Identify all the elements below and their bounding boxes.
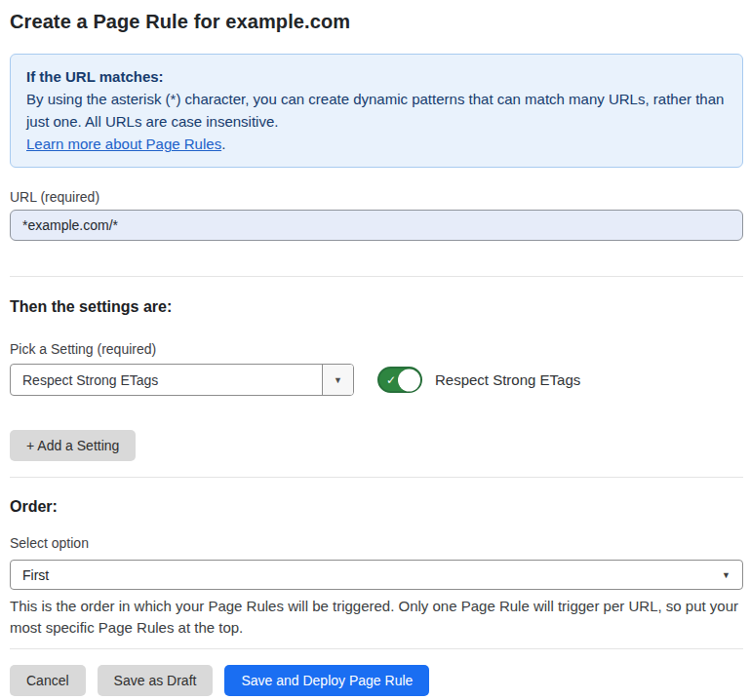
order-select[interactable]: First ▼ (10, 560, 743, 590)
order-help-text: This is the order in which your Page Rul… (10, 596, 743, 639)
etags-toggle[interactable]: ✓ (377, 367, 422, 393)
setting-select[interactable]: Respect Strong ETags ▼ (10, 364, 354, 396)
chevron-down-icon: ▼ (722, 570, 730, 580)
divider-url-settings (10, 276, 743, 277)
settings-section-heading: Then the settings are: (10, 297, 743, 317)
url-match-info-box: If the URL matches: By using the asteris… (10, 54, 743, 168)
divider-footer (10, 648, 743, 649)
order-select-value: First (22, 567, 49, 583)
url-input[interactable] (10, 210, 743, 241)
learn-more-link[interactable]: Learn more about Page Rules (26, 136, 221, 152)
info-box-link-line: Learn more about Page Rules. (26, 133, 727, 155)
pick-setting-label: Pick a Setting (required) (10, 340, 743, 358)
setting-select-value: Respect Strong ETags (11, 365, 322, 395)
toggle-knob (398, 369, 420, 391)
page-title: Create a Page Rule for example.com (10, 10, 743, 33)
footer-buttons: Cancel Save as Draft Save and Deploy Pag… (10, 665, 743, 696)
url-field-label: URL (required) (10, 188, 743, 206)
save-deploy-button[interactable]: Save and Deploy Page Rule (224, 665, 429, 696)
dropdown-arrow-icon[interactable]: ▼ (322, 365, 353, 395)
create-page-rule-form: Create a Page Rule for example.com If th… (0, 0, 750, 700)
info-box-body: By using the asterisk (*) character, you… (26, 88, 727, 133)
divider-settings-order (10, 477, 743, 478)
toggle-label: Respect Strong ETags (435, 371, 580, 388)
link-suffix: . (221, 136, 225, 152)
save-draft-button[interactable]: Save as Draft (98, 665, 214, 696)
cancel-button[interactable]: Cancel (10, 665, 86, 696)
order-section-heading: Order: (10, 497, 743, 517)
info-box-heading: If the URL matches: (26, 65, 727, 88)
check-icon: ✓ (386, 374, 396, 386)
setting-row: Respect Strong ETags ▼ ✓ Respect Strong … (10, 364, 743, 396)
order-select-label: Select option (10, 534, 743, 552)
add-setting-button[interactable]: + Add a Setting (10, 430, 136, 461)
